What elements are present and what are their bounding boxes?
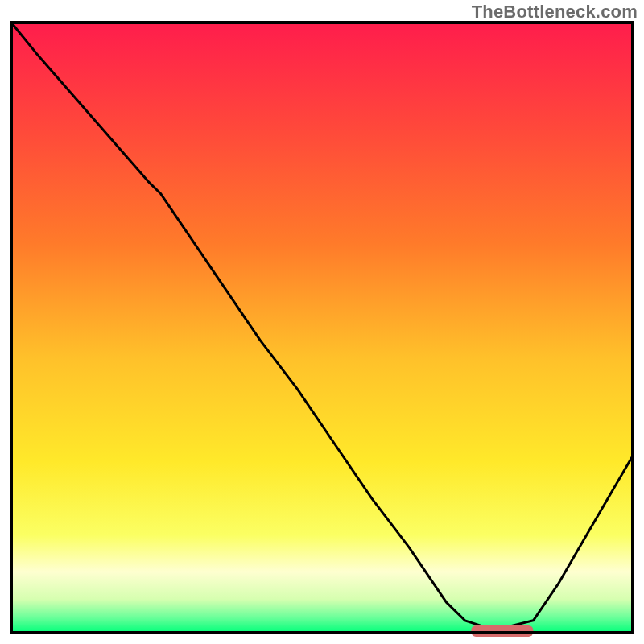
chart-container: TheBottleneck.com (0, 0, 644, 644)
plot-area (11, 23, 633, 637)
gradient-background (11, 23, 633, 633)
bottleneck-chart (0, 0, 644, 644)
